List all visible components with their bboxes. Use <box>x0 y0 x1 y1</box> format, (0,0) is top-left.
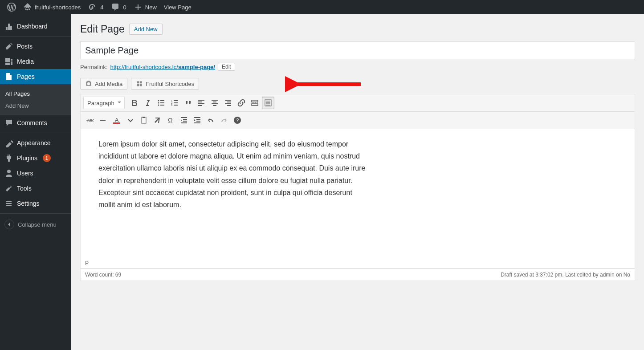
updates-count: 4 <box>100 4 103 11</box>
svg-text:3: 3 <box>171 104 173 106</box>
menu-dashboard[interactable]: Dashboard <box>0 19 71 34</box>
editor-toolbar-row1: Paragraph 123 <box>81 94 635 112</box>
format-select[interactable]: Paragraph <box>83 97 125 109</box>
collapse-menu[interactable]: Collapse menu <box>0 216 71 233</box>
title-input[interactable] <box>80 41 635 59</box>
toolbar-toggle-button[interactable] <box>262 97 274 109</box>
svg-text:Ω: Ω <box>168 117 172 124</box>
quote-button[interactable] <box>182 97 194 109</box>
bullet-list-button[interactable] <box>155 97 167 109</box>
menu-appearance[interactable]: Appearance <box>0 135 71 151</box>
editor-toolbar-row2: ABC A Ω ? <box>81 112 635 129</box>
number-list-button[interactable]: 123 <box>168 97 181 109</box>
readmore-button[interactable] <box>249 97 261 109</box>
fruitful-shortcodes-button[interactable]: Fruitful Shortcodes <box>131 78 199 90</box>
special-char-button[interactable]: Ω <box>164 114 177 126</box>
editor-path: P <box>81 258 635 269</box>
submenu-all-pages[interactable]: All Pages <box>0 88 71 100</box>
link-button[interactable] <box>235 97 248 109</box>
menu-comments[interactable]: Comments <box>0 115 71 130</box>
permalink-label: Permalink: <box>80 64 107 70</box>
help-button[interactable]: ? <box>231 114 244 126</box>
draft-status: Draft saved at 3:37:02 pm. Last edited b… <box>501 272 630 278</box>
align-right-button[interactable] <box>222 97 234 109</box>
admin-sidebar: Dashboard Posts Media Pages All Pages Ad… <box>0 14 71 350</box>
admin-bar: fruitful-shortcodes 4 0 New View Page <box>0 0 644 14</box>
site-name: fruitful-shortcodes <box>35 4 81 11</box>
bold-button[interactable] <box>128 97 141 109</box>
edit-slug-button[interactable]: Edit <box>218 63 235 71</box>
align-left-button[interactable] <box>195 97 208 109</box>
indent-button[interactable] <box>191 114 204 126</box>
add-new-button[interactable]: Add New <box>129 24 163 35</box>
word-count: Word count: 69 <box>85 272 121 278</box>
svg-point-1 <box>158 100 159 102</box>
paste-text-button[interactable] <box>138 114 150 126</box>
camera-icon <box>85 80 92 87</box>
svg-rect-12 <box>143 117 145 118</box>
view-page-link[interactable]: View Page <box>160 0 195 14</box>
menu-tools[interactable]: Tools <box>0 181 71 196</box>
page-heading: Edit Page <box>80 23 125 35</box>
text-color-dropdown[interactable] <box>124 114 137 126</box>
menu-media[interactable]: Media <box>0 54 71 69</box>
add-media-button[interactable]: Add Media <box>80 78 127 90</box>
new-content-link[interactable]: New <box>130 0 160 14</box>
svg-text:?: ? <box>236 118 239 123</box>
plugins-update-badge: 1 <box>43 154 51 162</box>
grid-icon <box>136 80 143 87</box>
submenu-pages: All Pages Add New <box>0 84 71 115</box>
menu-settings[interactable]: Settings <box>0 196 71 211</box>
svg-rect-11 <box>142 117 146 123</box>
permalink-link[interactable]: http://fruitful-shortcodes.lc/sample-pag… <box>110 64 215 70</box>
wp-editor: Paragraph 123 ABC A Ω <box>80 94 635 281</box>
outdent-button[interactable] <box>178 114 190 126</box>
clear-formatting-button[interactable] <box>151 114 163 126</box>
align-center-button[interactable] <box>208 97 221 109</box>
menu-posts[interactable]: Posts <box>0 39 71 54</box>
site-name-link[interactable]: fruitful-shortcodes <box>20 0 84 14</box>
text-color-button[interactable]: A <box>110 114 123 126</box>
comments-count: 0 <box>123 4 126 11</box>
menu-users[interactable]: Users <box>0 166 71 181</box>
submenu-add-new[interactable]: Add New <box>0 100 71 112</box>
hr-button[interactable] <box>97 114 109 126</box>
italic-button[interactable] <box>142 97 154 109</box>
svg-point-3 <box>158 105 159 106</box>
menu-plugins[interactable]: Plugins 1 <box>0 151 71 166</box>
undo-button[interactable] <box>204 114 217 126</box>
main-content: Edit Page Add New Permalink: http://frui… <box>71 14 644 350</box>
svg-point-2 <box>158 102 159 104</box>
editor-content[interactable]: Lorem ipsum dolor sit amet, consectetur … <box>81 129 635 258</box>
new-label: New <box>145 4 157 11</box>
menu-pages[interactable]: Pages <box>0 69 71 84</box>
wp-logo[interactable] <box>4 0 20 14</box>
strikethrough-button[interactable]: ABC <box>83 114 96 126</box>
updates-link[interactable]: 4 <box>84 0 107 14</box>
annotation-arrow-icon <box>285 75 365 93</box>
comments-link[interactable]: 0 <box>107 0 130 14</box>
permalink-row: Permalink: http://fruitful-shortcodes.lc… <box>80 63 635 71</box>
redo-button[interactable] <box>218 114 230 126</box>
